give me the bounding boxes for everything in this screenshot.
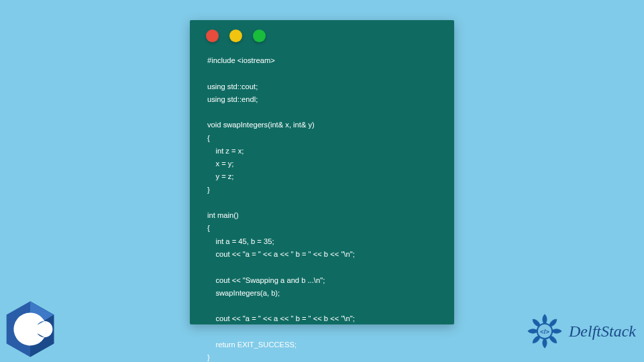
cpp-logo: ++ — [4, 300, 56, 358]
maximize-icon[interactable] — [253, 29, 266, 42]
code-window: #include <iostream> using std::cout; usi… — [190, 20, 454, 324]
titlebar — [190, 20, 454, 49]
minimize-icon[interactable] — [229, 29, 242, 42]
cpp-plus-text: ++ — [36, 324, 46, 334]
delftstack-icon: </> — [526, 312, 564, 350]
code-block: #include <iostream> using std::cout; usi… — [190, 49, 454, 362]
close-icon[interactable] — [206, 29, 219, 42]
delftstack-name: DelftStack — [569, 322, 636, 341]
delftstack-logo: </> DelftStack — [526, 312, 636, 350]
svg-text:</>: </> — [540, 328, 549, 335]
